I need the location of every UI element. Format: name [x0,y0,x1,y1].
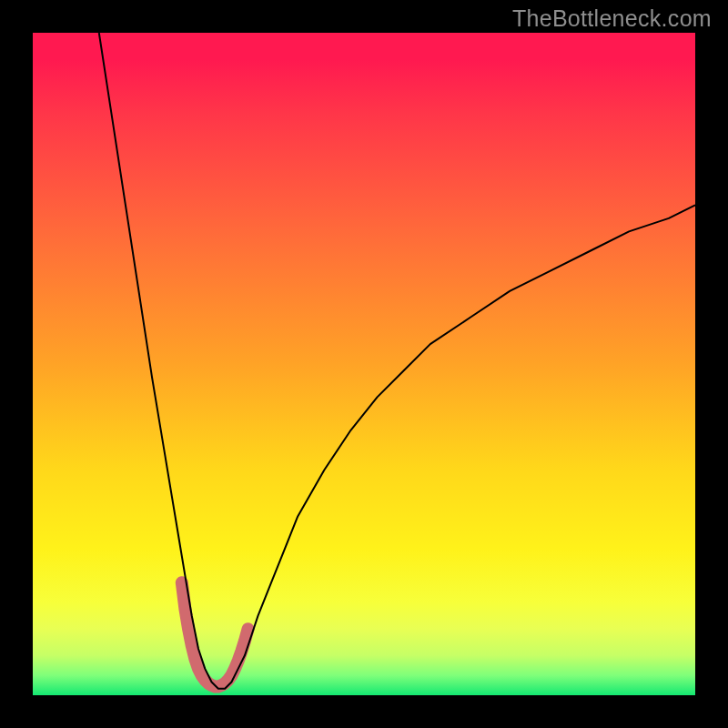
series-valley-highlight [182,582,248,686]
chart-frame: TheBottleneck.com [0,0,728,728]
gradient-plot-area [33,33,695,695]
curve-layer [33,33,695,695]
watermark-text: TheBottleneck.com [512,5,712,32]
